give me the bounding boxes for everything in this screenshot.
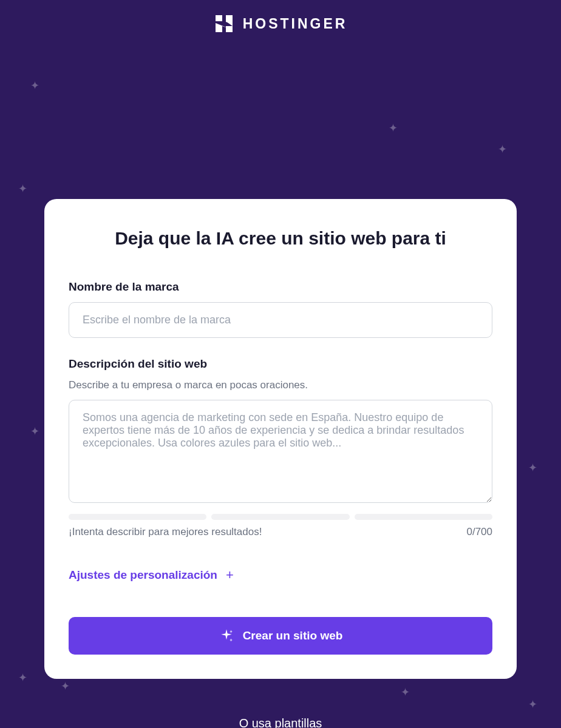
description-label: Descripción del sitio web <box>69 357 492 371</box>
brand-name-input[interactable] <box>69 302 492 338</box>
header: HOSTINGER <box>0 0 561 47</box>
hostinger-logo-icon <box>214 13 234 34</box>
footer-text[interactable]: O usa plantillas <box>0 716 561 728</box>
settings-label: Ajustes de personalización <box>69 568 217 582</box>
plus-icon: + <box>226 567 234 583</box>
description-footer: ¡Intenta describir para mejores resultad… <box>69 526 492 538</box>
card-title: Deja que la IA cree un sitio web para ti <box>69 228 492 249</box>
progress-bar-2 <box>211 514 349 520</box>
logo: HOSTINGER <box>214 13 348 34</box>
description-textarea[interactable] <box>69 400 492 503</box>
description-help: Describe a tu empresa o marca en pocas o… <box>69 379 492 391</box>
progress-bars <box>69 514 492 520</box>
description-group: Descripción del sitio web Describe a tu … <box>69 357 492 538</box>
logo-text: HOSTINGER <box>243 16 348 32</box>
create-button-label: Crear un sitio web <box>243 629 343 642</box>
create-website-button[interactable]: Crear un sitio web <box>69 617 492 655</box>
sparkle-icon <box>219 628 234 644</box>
brand-name-label: Nombre de la marca <box>69 280 492 294</box>
ai-builder-card: Deja que la IA cree un sitio web para ti… <box>44 199 517 679</box>
brand-name-group: Nombre de la marca <box>69 280 492 338</box>
progress-bar-3 <box>355 514 492 520</box>
description-hint: ¡Intenta describir para mejores resultad… <box>69 526 262 538</box>
personalization-settings-toggle[interactable]: Ajustes de personalización + <box>69 567 492 583</box>
progress-bar-1 <box>69 514 206 520</box>
description-counter: 0/700 <box>466 526 492 538</box>
